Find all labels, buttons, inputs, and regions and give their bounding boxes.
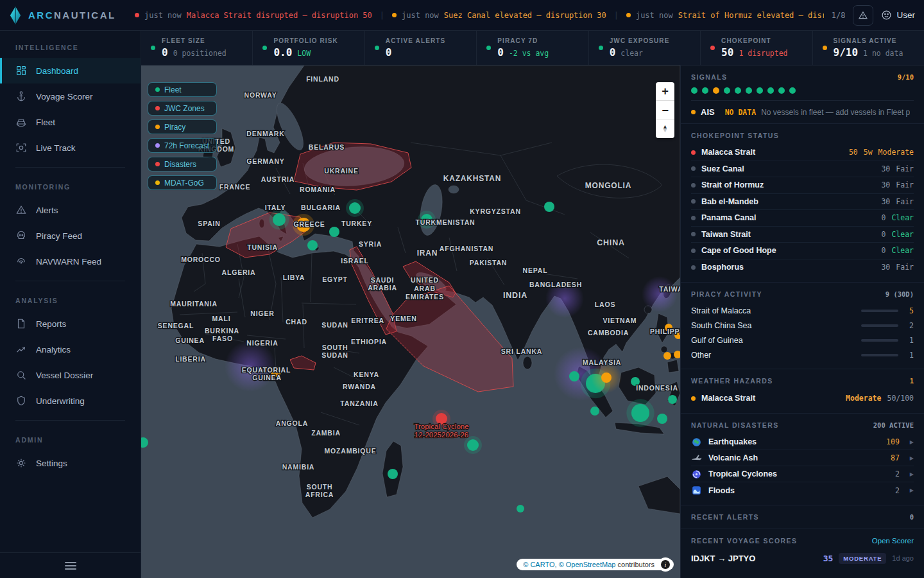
fleet-marker[interactable] [307, 240, 318, 250]
fleet-marker[interactable] [631, 404, 649, 422]
chokepoint-score: 0 [881, 230, 886, 239]
map-country-label: NORWAY [244, 91, 277, 99]
weather-score: 50/100 [887, 394, 914, 403]
radar-icon [15, 142, 27, 153]
map-country-label: ZAMBIA [311, 429, 341, 437]
ais-signal-row: AIS NO DATA No vessels in fleet — add ve… [691, 101, 914, 117]
piracy-region-row: South China Sea2 [691, 318, 914, 333]
fleet-marker[interactable] [388, 469, 398, 479]
osm-link[interactable]: © OpenStreetMap [559, 561, 616, 568]
stat-card-piracy-7d: PIRACY 7D0-2 vs avg [477, 31, 588, 65]
stat-label: ACTIVE ALERTS [386, 37, 445, 44]
info-icon: i [661, 560, 670, 569]
layer-toggle-disasters[interactable]: Disasters [148, 157, 217, 171]
voyage-scores-section: RECENT VOYAGE SCORESOpen Scorer IDJKT → … [681, 529, 924, 573]
carto-link[interactable]: © CARTO, [523, 561, 556, 568]
sidebar-item-underwriting[interactable]: Underwriting [0, 388, 141, 414]
signal-dot [702, 87, 708, 94]
compass-button[interactable]: ▲▼ [656, 119, 674, 138]
fleet-marker[interactable] [329, 227, 339, 237]
recent-alerts-title: RECENT ALERTS [691, 513, 759, 521]
sidebar-item-analytics[interactable]: Analytics [0, 337, 141, 362]
fleet-marker[interactable] [590, 407, 599, 416]
chokepoint-name: Malacca Strait [701, 148, 843, 157]
sidebar-item-voyage-scorer[interactable]: Voyage Scorer [0, 83, 141, 109]
recent-alerts-section: RECENT ALERTS0 [681, 505, 924, 529]
search-icon [15, 369, 27, 381]
earth-icon [691, 437, 702, 448]
sidebar-section-title: INTELLIGENCE [0, 35, 141, 58]
disaster-name: Tropical Cyclones [708, 469, 889, 478]
map-country-label: SUDAN [321, 351, 348, 359]
piracy-marker[interactable] [663, 352, 671, 360]
chokepoint-status-dot [691, 166, 696, 171]
open-scorer-link[interactable]: Open Scorer [872, 537, 914, 545]
signal-dot [789, 87, 796, 94]
signal-dot [757, 87, 763, 94]
stat-label: PORTFOLIO RISK [273, 37, 338, 44]
chokepoint-name: Taiwan Strait [701, 230, 875, 239]
disaster-row-volcanic-ash[interactable]: Volcanic Ash87▶ [691, 450, 914, 466]
layer-toggle-piracy[interactable]: Piracy [148, 119, 217, 134]
disaster-row-earthquakes[interactable]: Earthquakes109▶ [691, 434, 914, 450]
layer-toggle-mdat-gog[interactable]: MDAT-GoG [148, 175, 217, 190]
fleet-marker[interactable] [517, 505, 524, 512]
fleet-marker[interactable] [273, 213, 286, 226]
disaster-name: Volcanic Ash [708, 453, 884, 462]
sidebar-item-piracy-feed[interactable]: Piracy Feed [0, 223, 141, 249]
disaster-name: Earthquakes [708, 437, 880, 446]
sidebar-collapse-button[interactable] [0, 552, 141, 578]
alerts-button[interactable] [853, 5, 873, 26]
ticker-message: Malacca Strait disrupted — disruption 50 [187, 11, 372, 20]
piracy-region-row: Gulf of Guinea1 [691, 333, 914, 347]
user-menu[interactable]: User [881, 10, 915, 21]
sidebar-item-label: Underwriting [36, 396, 85, 406]
voyage-scores-title: RECENT VOYAGE SCORES [691, 537, 797, 545]
sidebar-item-settings[interactable]: Settings [0, 450, 141, 476]
zoom-in-button[interactable]: + [656, 82, 674, 101]
disaster-row-floods[interactable]: Floods2▶ [691, 482, 914, 498]
sidebar-item-dashboard[interactable]: Dashboard [0, 58, 141, 83]
map-country-label: GUINEA [252, 374, 282, 381]
map-country-label: SENEGAL [158, 322, 194, 329]
sidebar-divider [15, 281, 125, 281]
fleet-marker[interactable] [569, 371, 579, 381]
sidebar-item-navwarn-feed[interactable]: NAVWARN Feed [0, 249, 141, 274]
ticker-message: Suez Canal elevated — disruption 30 [444, 11, 606, 20]
signal-dot [724, 87, 730, 94]
disaster-row-tropical-cyclones[interactable]: Tropical Cyclones2▶ [691, 466, 914, 482]
stat-card-active-alerts: ACTIVE ALERTS0 [365, 31, 477, 65]
hamburger-icon [65, 562, 76, 570]
sidebar-item-fleet[interactable]: Fleet [0, 109, 141, 135]
stat-subtext: 1 no data [863, 49, 903, 58]
sidebar-item-alerts[interactable]: Alerts [0, 197, 141, 223]
map-country-label: SUDAN [321, 321, 348, 329]
map-country-label: KAZAKHSTAN [443, 174, 501, 183]
world-map[interactable]: FINLANDNORWAYUNITEDKINGDOMDENMARKBELARUS… [141, 66, 680, 578]
fleet-marker[interactable] [657, 414, 667, 424]
sidebar-item-vessel-dossier[interactable]: Vessel Dossier [0, 362, 141, 388]
layer-toggle-jwc-zones[interactable]: JWC Zones [148, 101, 217, 116]
voyage-score-row[interactable]: IDJKT → JPTYO35MODERATE1d ago [691, 550, 914, 566]
sidebar-item-reports[interactable]: Reports [0, 311, 141, 337]
sidebar-item-label: Dashboard [36, 66, 78, 76]
attribution-info-button[interactable]: i [658, 557, 672, 572]
brand[interactable]: ARCNAUTICAL [9, 6, 127, 24]
piracy-marker[interactable] [601, 372, 612, 383]
document-icon [15, 318, 27, 329]
fleet-marker[interactable] [467, 439, 479, 451]
sidebar-item-live-track[interactable]: Live Track [0, 135, 141, 161]
zoom-out-button[interactable]: − [656, 101, 674, 119]
chokepoint-name: Bab el-Mandeb [701, 197, 875, 206]
map-country-label: EQUATORIAL [242, 366, 291, 374]
fleet-marker[interactable] [544, 202, 554, 212]
piracy-region-row: Other1 [691, 347, 914, 362]
stat-body: PIRACY 7D0-2 vs avg [497, 37, 549, 58]
fleet-marker[interactable] [668, 395, 677, 404]
layer-toggle-fleet[interactable]: Fleet [148, 82, 217, 97]
sidebar-section-title: ADMIN [0, 427, 141, 450]
fleet-marker[interactable] [349, 202, 361, 214]
layer-toggle-72h-forecast[interactable]: 72h Forecast [148, 138, 217, 153]
map-country-label: KENYA [354, 371, 379, 378]
signal-dot [778, 87, 785, 94]
